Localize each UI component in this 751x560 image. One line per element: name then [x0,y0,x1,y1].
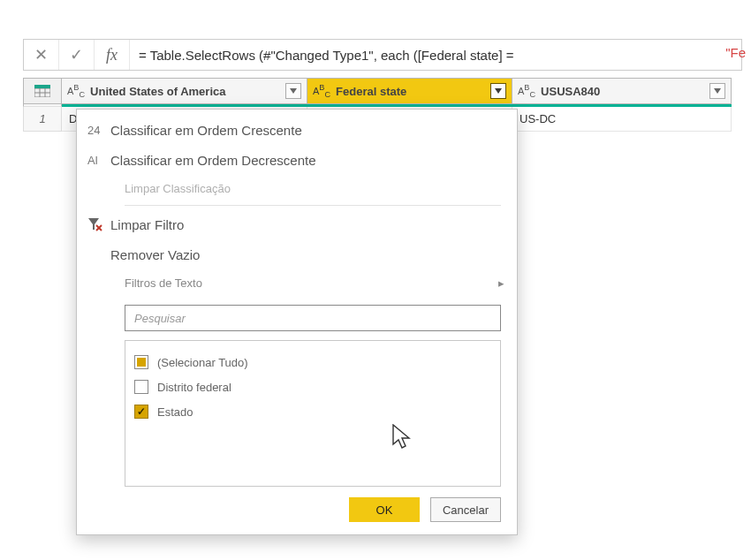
type-text-icon: ABC [518,83,535,99]
column-header-ususa[interactable]: ABC USUSA840 [512,78,732,104]
filter-value-item[interactable]: Estado [134,399,491,424]
filter-value-label: Estado [157,405,193,419]
checkbox-checked-icon[interactable] [134,405,148,419]
clear-sort: Limpar Classificação [77,175,517,201]
clear-filter-icon [87,217,110,231]
checkbox-unchecked-icon[interactable] [134,380,148,394]
column-label: Federal state [336,85,490,98]
formula-overflow-hint: "Fe [725,45,746,60]
type-text-icon: ABC [67,83,85,99]
cancel-button[interactable]: Cancelar [430,497,501,522]
formula-text[interactable]: = Table.SelectRows (#"Changed Type1", ea… [130,48,741,63]
filter-search-input[interactable]: Pesquisar [125,305,501,331]
svg-rect-5 [34,85,50,88]
sort-asc-icon: 24 [87,124,110,137]
remove-empty-label: Remover Vazio [110,247,508,262]
sort-descending[interactable]: Al Classificar em Ordem Decrescente [77,145,517,175]
svg-marker-9 [88,218,99,230]
chevron-right-icon: ▸ [498,276,504,290]
fx-icon[interactable]: fx [95,40,130,70]
search-placeholder: Pesquisar [134,312,186,325]
select-all-label: (Selecionar Tudo) [157,356,248,369]
column-filter-button[interactable] [709,83,725,99]
svg-marker-6 [290,88,297,94]
sort-desc-label: Classificar em Ordem Decrescente [110,153,508,168]
column-header-us[interactable]: ABC United States of America [62,78,307,104]
cell-ususa[interactable]: US-DC [512,107,732,132]
type-text-icon: ABC [313,83,330,99]
remove-empty[interactable]: Remover Vazio [77,239,517,269]
sort-ascending[interactable]: 24 Classificar em Ordem Crescente [77,115,517,145]
column-filter-menu: 24 Classificar em Ordem Crescente Al Cla… [76,109,518,535]
row-number[interactable]: 1 [23,107,62,132]
table-corner-icon[interactable] [23,78,62,104]
column-filter-button[interactable] [285,83,301,99]
filter-values-list: (Selecionar Tudo) Distrito federal Estad… [125,340,501,487]
filter-value-label: Distrito federal [157,381,231,394]
checkbox-indeterminate-icon[interactable] [134,355,148,369]
sort-asc-label: Classificar em Ordem Crescente [110,123,508,138]
column-label: USUSA840 [541,85,709,98]
formula-cancel-icon[interactable]: ✕ [24,40,59,70]
text-filters[interactable]: Filtros de Texto ▸ [77,269,517,296]
select-all-item[interactable]: (Selecionar Tudo) [134,350,491,375]
formula-bar: ✕ ✓ fx = Table.SelectRows (#"Changed Typ… [23,39,742,71]
sort-desc-icon: Al [87,154,110,167]
svg-marker-7 [495,88,502,94]
formula-commit-icon[interactable]: ✓ [59,40,95,70]
column-filter-button[interactable] [490,83,506,99]
clear-filter[interactable]: Limpar Filtro [77,209,517,239]
column-label: United States of America [90,85,285,98]
svg-marker-8 [714,88,721,94]
text-filters-label: Filtros de Texto [125,276,202,290]
filter-value-item[interactable]: Distrito federal [134,375,491,399]
ok-button[interactable]: OK [349,497,420,522]
column-header-federal-state[interactable]: ABC Federal state [307,78,512,104]
clear-filter-label: Limpar Filtro [110,217,508,232]
